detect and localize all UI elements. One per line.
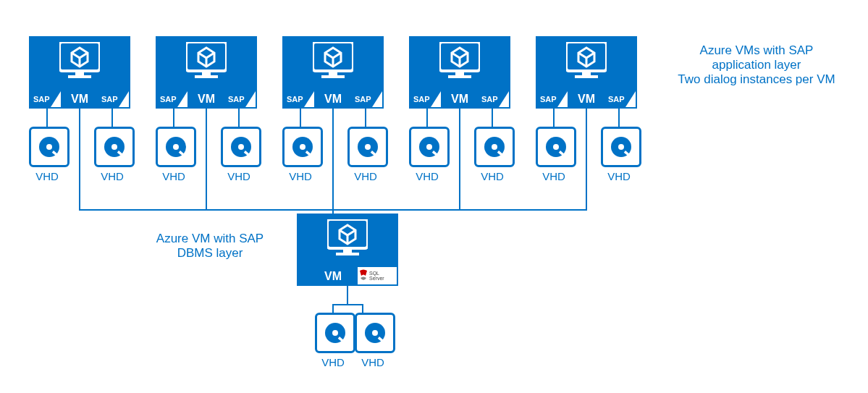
connector-line xyxy=(586,109,587,210)
connector-line xyxy=(362,304,363,313)
connector-line xyxy=(553,109,555,127)
vhd-label: VHD xyxy=(355,356,391,368)
sap-badge-icon xyxy=(352,91,382,107)
app-vm: VM xyxy=(29,36,130,109)
sap-badge-icon xyxy=(537,91,568,107)
sap-badge-icon xyxy=(479,91,509,107)
connector-line xyxy=(206,109,207,210)
vhd-label: VHD xyxy=(474,170,510,182)
vhd: VHD xyxy=(347,127,384,182)
connector-line xyxy=(332,304,363,305)
connector-line xyxy=(111,109,113,127)
connector-line xyxy=(238,109,240,127)
vhd-label: VHD xyxy=(347,170,384,182)
vm-label: VM xyxy=(451,93,468,106)
vhd: VHD xyxy=(282,127,319,182)
vhd-label: VHD xyxy=(29,170,65,182)
connector-line xyxy=(365,109,366,127)
vhd-label: VHD xyxy=(282,170,319,182)
disk-icon xyxy=(282,127,323,167)
caption-db-layer: Azure VM with SAP DBMS layer xyxy=(145,232,275,261)
connector-line xyxy=(332,109,334,214)
vm-monitor-icon xyxy=(327,219,368,257)
vhd: VHD xyxy=(221,127,257,182)
disk-icon xyxy=(221,127,261,167)
vhd: VHD xyxy=(29,127,65,182)
disk-icon xyxy=(355,313,395,353)
vm-monitor-icon xyxy=(566,42,607,80)
vm-label: VM xyxy=(324,270,342,283)
vhd: VHD xyxy=(355,313,391,368)
app-vm: VM xyxy=(409,36,510,109)
disk-icon xyxy=(601,127,641,167)
app-vm: VM xyxy=(156,36,257,109)
vhd-label: VHD xyxy=(601,170,637,182)
vhd: VHD xyxy=(601,127,637,182)
connector-line xyxy=(426,109,428,127)
disk-icon xyxy=(29,127,69,167)
vhd-label: VHD xyxy=(94,170,130,182)
connector-line xyxy=(300,109,301,127)
app-vm: VM xyxy=(536,36,637,109)
db-vm: VM SQL Server xyxy=(297,214,398,286)
sap-badge-icon xyxy=(98,91,129,107)
sap-badge-icon xyxy=(225,91,256,107)
app-vm: VM xyxy=(282,36,384,109)
disk-icon xyxy=(347,127,388,167)
vhd: VHD xyxy=(409,127,445,182)
vhd: VHD xyxy=(156,127,192,182)
vhd-label: VHD xyxy=(409,170,445,182)
connector-line xyxy=(347,286,348,304)
vm-monitor-icon xyxy=(59,42,100,80)
vhd: VHD xyxy=(536,127,572,182)
connector-line xyxy=(459,109,460,210)
disk-icon xyxy=(474,127,515,167)
vhd-label: VHD xyxy=(315,356,351,368)
sap-badge-icon xyxy=(157,91,187,107)
disk-icon xyxy=(315,313,355,353)
vm-monitor-icon xyxy=(439,42,480,80)
sap-badge-icon xyxy=(284,91,314,107)
disk-icon xyxy=(409,127,450,167)
sap-badge-icon xyxy=(30,91,61,107)
disk-icon xyxy=(94,127,135,167)
vhd: VHD xyxy=(315,313,351,368)
disk-icon xyxy=(156,127,196,167)
connector-line xyxy=(79,209,587,211)
connector-line xyxy=(492,109,493,127)
connector-line xyxy=(332,304,334,313)
sap-badge-icon xyxy=(605,91,636,107)
vhd-label: VHD xyxy=(536,170,572,182)
connector-line xyxy=(79,109,80,210)
vm-label: VM xyxy=(324,93,342,106)
disk-icon xyxy=(536,127,576,167)
sqlserver-label: SQL Server xyxy=(369,271,395,281)
vm-label: VM xyxy=(198,93,215,106)
sap-badge-icon xyxy=(410,91,441,107)
vm-monitor-icon xyxy=(313,42,353,80)
caption-app-layer: Azure VMs with SAP application layer Two… xyxy=(673,43,840,87)
connector-line xyxy=(46,109,48,127)
vhd: VHD xyxy=(474,127,510,182)
vm-label: VM xyxy=(578,93,595,106)
connector-line xyxy=(618,109,620,127)
sqlserver-badge: SQL Server xyxy=(358,267,397,284)
vm-monitor-icon xyxy=(186,42,227,80)
vhd-label: VHD xyxy=(156,170,192,182)
vm-label: VM xyxy=(71,93,88,106)
vhd-label: VHD xyxy=(221,170,257,182)
vhd: VHD xyxy=(94,127,130,182)
connector-line xyxy=(173,109,174,127)
